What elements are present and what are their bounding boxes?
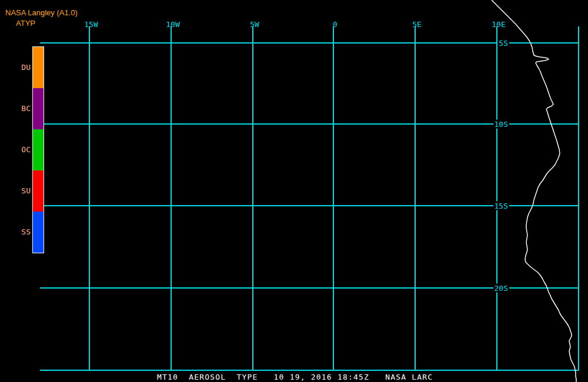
source-label: NASA Langley (A1.0) [5,9,78,16]
legend-code-DU: DU [11,63,31,72]
lon-label-5E: 5E [412,21,422,28]
legend-code-BC: BC [11,105,31,113]
map-grid-svg [0,0,588,382]
lon-label-5W: 5W [250,21,259,28]
legend-colorbar [32,46,44,253]
legend-swatch-DU [33,47,44,88]
legend-swatch-BC [33,88,44,129]
legend-code-SS: SS [11,228,31,236]
lat-label-20S: 20S [493,284,509,293]
legend-code-OC: OC [11,146,31,154]
lat-label-5S: 5S [497,39,509,48]
lat-label-15S: 15S [493,202,509,210]
legend-swatch-SS [33,212,44,253]
lon-label-0: 0 [333,21,338,28]
caption: MT10 AEROSOL TYPE 10 19, 2016 18:45Z NAS… [157,373,433,381]
product-label: ATYP [16,19,35,27]
legend-swatch-SU [33,170,44,212]
lat-label-10S: 10S [493,120,509,129]
lon-label-10E: 10E [492,21,505,28]
lon-label-15W: 15W [84,21,98,28]
legend-code-SU: SU [11,187,31,195]
legend-swatch-OC [33,129,44,170]
aerosol-type-map: NASA Langley (A1.0) ATYP 15W10W5W05E10E … [0,0,588,382]
lon-label-10W: 10W [166,21,179,28]
coastline [492,0,576,382]
